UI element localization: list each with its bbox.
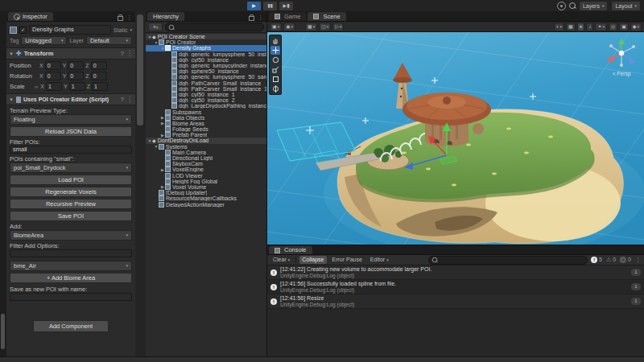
lighting-toggle-button[interactable]: ● [577, 23, 585, 31]
add-component-button[interactable]: Add Component [33, 320, 109, 332]
scale-link-icon[interactable]: ∞ [35, 84, 38, 89]
foldout-icon[interactable]: ▼ [9, 97, 14, 102]
tree-item[interactable]: Height Fog Global [146, 179, 266, 184]
reload-json-button[interactable]: Reload JSON Data [10, 126, 132, 137]
menu-icon[interactable]: ⋮ [126, 14, 132, 21]
menu-icon[interactable]: ⋮ [126, 50, 133, 57]
collab-icon[interactable] [557, 2, 566, 10]
rotation-z-field[interactable]: 0 [91, 72, 107, 80]
scale-z-field[interactable]: 1 [92, 82, 108, 91]
audio-toggle-button[interactable]: ♪ [586, 23, 593, 31]
2d-toggle-button[interactable]: ▦ [566, 23, 576, 31]
tab-hierarchy[interactable]: Inspector Hierarchy [147, 12, 184, 21]
tree-item[interactable]: [Debug Updater] [146, 190, 266, 195]
tree-item[interactable]: ▶Voxel Volume [146, 184, 266, 190]
tool-settings-button[interactable]: ▣▾ [270, 23, 282, 31]
layers-dropdown[interactable]: Layers ▾ [579, 1, 609, 11]
tree-item[interactable]: dgh_cyl50_instance_2 [146, 97, 266, 103]
transform-tool[interactable] [270, 84, 280, 93]
static-label[interactable]: Static [114, 27, 128, 33]
tree-item[interactable]: dgh_generic_lumpycylinder_instance [146, 63, 266, 68]
error-pause-toggle[interactable]: Error Pause [330, 256, 365, 264]
tree-item[interactable]: dgh_sphere50_instance [146, 68, 266, 74]
foldout-icon[interactable]: ▼ [9, 51, 14, 56]
menu-icon[interactable]: ⋮ [258, 14, 263, 21]
pivot-orientation-button[interactable]: ◉▾ [283, 23, 295, 31]
snap-increment-button[interactable]: ▷▾ [332, 23, 344, 31]
add-biome-area-button[interactable]: + Add Biome Area [10, 273, 132, 283]
tree-item[interactable]: ▶Data Objects [146, 115, 266, 121]
scale-tool[interactable] [270, 65, 280, 74]
position-x-field[interactable]: 0 [45, 61, 61, 70]
hand-tool[interactable] [270, 36, 280, 45]
play-button[interactable]: ▶ [246, 1, 262, 11]
tree-item[interactable]: Foliage Seeds [146, 126, 266, 132]
tab-scene[interactable]: Scene [308, 12, 345, 21]
biome-dropdown[interactable]: bme_Air ▾ [10, 261, 132, 271]
pause-button[interactable]: ▮▮ [262, 1, 278, 11]
error-count-toggle[interactable]: × 0 [620, 257, 631, 263]
lock-icon[interactable] [118, 16, 123, 21]
layer-dropdown[interactable]: Default ▾ [86, 36, 132, 45]
chevron-down-icon[interactable]: ▾ [130, 27, 132, 32]
add-dropdown[interactable]: BiomeArea ▾ [10, 230, 132, 241]
inspector-scrollbar[interactable] [135, 11, 147, 357]
tree-item[interactable]: dgh_cyl50_instance_1 [146, 92, 266, 97]
terrain-preview-dropdown[interactable]: Floating ▾ [10, 114, 132, 125]
tree-item[interactable]: ▼POI Creator [146, 39, 266, 45]
shading-mode-button[interactable]: ◐▾ [554, 23, 564, 31]
position-y-field[interactable]: 0 [68, 61, 84, 70]
step-button[interactable]: ▶▮ [279, 1, 294, 11]
rotation-y-field[interactable]: 0 [68, 72, 84, 80]
effects-toggle-button[interactable]: ✦▾ [595, 23, 607, 31]
grid-visibility-button[interactable]: ▦▾ [305, 23, 317, 31]
scene-visibility-button[interactable]: ◎ [609, 23, 617, 31]
search-icon[interactable] [569, 2, 576, 9]
layout-dropdown[interactable]: Layout ▾ [611, 1, 641, 11]
save-as-input[interactable] [10, 293, 132, 301]
help-icon[interactable]: ? [121, 50, 124, 57]
object-name-field[interactable]: Density Graphs [29, 25, 111, 35]
scene-viewport[interactable]: < Persp [267, 32, 644, 245]
tree-item[interactable]: SkyboxCam [146, 161, 266, 167]
tree-item[interactable]: Subspawns [146, 109, 266, 114]
clear-button[interactable]: Clear▾ [270, 256, 292, 264]
tree-item[interactable]: dgh_LargeDrydockPathing_instance [146, 103, 266, 109]
tree-item[interactable]: ▶Biome Areas [146, 121, 266, 126]
help-icon[interactable]: ? [121, 96, 124, 103]
filter-pois-input[interactable] [10, 146, 132, 154]
log-entry[interactable]: ! [12:41:22] Creating new volume to acco… [267, 265, 644, 280]
console-menu-icon[interactable]: ⋮ [635, 257, 641, 263]
regenerate-voxels-button[interactable]: Regenerate Voxels [10, 187, 132, 197]
tree-item[interactable]: ▼Systems [146, 144, 266, 150]
filter-add-options-input[interactable] [10, 249, 132, 257]
recursive-preview-button[interactable]: Recursive Preview [10, 199, 132, 209]
scale-x-field[interactable]: 1 [46, 82, 62, 91]
scale-y-field[interactable]: 1 [69, 82, 85, 91]
tab-console[interactable]: Console [269, 246, 312, 254]
console-search-input[interactable] [428, 256, 588, 265]
tree-item[interactable]: dgh_generic_lumpysphere_50_sand_instance [146, 74, 266, 80]
tab-game[interactable]: Game [269, 12, 306, 21]
warning-count-toggle[interactable]: ⚠ 0 [606, 257, 616, 263]
scrollbar-thumb[interactable] [137, 14, 143, 125]
snap-settings-button[interactable]: ◫▾ [319, 23, 331, 31]
tree-item[interactable]: DelayedActionManager [146, 201, 266, 207]
gizmos-button[interactable]: ◆▾ [630, 23, 642, 31]
move-tool[interactable] [270, 46, 280, 55]
transform-component-header[interactable]: ▼ ✚ Transform ? ⋮ [6, 47, 135, 60]
tab-inspector[interactable]: Inspector [8, 12, 53, 21]
log-entry[interactable]: ! [12:41:56] Resize UnityEngine.Debug:Lo… [267, 294, 644, 309]
collapse-toggle[interactable]: Collapse [299, 256, 326, 264]
position-z-field[interactable]: 0 [91, 61, 107, 70]
rotate-tool[interactable] [270, 56, 280, 64]
tree-item[interactable]: LOD Viewer [146, 173, 266, 179]
menu-icon[interactable]: ⋮ [126, 96, 133, 103]
tree-item-scene[interactable]: ▼◆DontDestroyOnLoad [146, 138, 266, 143]
script-component-header[interactable]: ▼ Uses POI Creator Editor (Script) ? ⋮ [6, 93, 135, 105]
tree-item[interactable]: dgh_PathCarver_Small_instance_1 [146, 86, 266, 92]
tree-item[interactable]: ResourceManagerCallbacks [146, 195, 266, 201]
persp-label[interactable]: < Persp [613, 71, 631, 77]
create-object-button[interactable]: +▾ [148, 23, 163, 31]
load-poi-button[interactable]: Load POI [10, 175, 132, 185]
